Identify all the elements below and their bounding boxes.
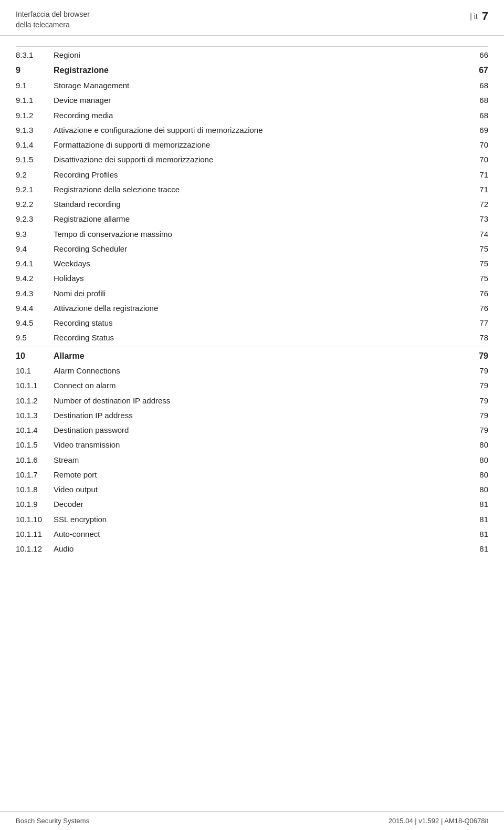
toc-number: 9.2.3 bbox=[16, 214, 47, 223]
toc-title: Storage Management bbox=[54, 80, 129, 91]
toc-area: 8.3.1Regioni669Registrazione679.1Storage… bbox=[0, 36, 504, 562]
toc-row: 9.4.1Weekdays75 bbox=[16, 256, 488, 271]
toc-row-left: 10.1.6Stream bbox=[16, 455, 472, 465]
toc-row: 9.1Storage Management68 bbox=[16, 78, 488, 93]
toc-page: 74 bbox=[472, 230, 488, 238]
toc-row-left: 10.1.8Video output bbox=[16, 484, 472, 495]
toc-number: 10.1.7 bbox=[16, 470, 47, 479]
toc-title: Stream bbox=[54, 455, 79, 465]
toc-page: 80 bbox=[472, 440, 488, 449]
toc-page: 76 bbox=[472, 304, 488, 313]
toc-number: 9.4.3 bbox=[16, 289, 47, 298]
header-line2: della telecamera bbox=[16, 20, 90, 30]
header-right: | it 7 bbox=[470, 9, 488, 23]
toc-row-left: 9.5Recording Status bbox=[16, 333, 472, 343]
footer-right: 2015.04 | v1.592 | AM18-Q0678it bbox=[388, 817, 488, 825]
toc-row-left: 10.1.12Audio bbox=[16, 544, 472, 554]
toc-row-left: 10.1Alarm Connections bbox=[16, 366, 472, 376]
toc-title: Number of destination IP address bbox=[54, 396, 170, 406]
toc-row: 10.1.11Auto-connect81 bbox=[16, 527, 488, 542]
toc-number: 8.3.1 bbox=[16, 50, 47, 59]
toc-number: 10.1.5 bbox=[16, 440, 47, 449]
toc-row-left: 9.4Recording Scheduler bbox=[16, 244, 472, 254]
toc-title: Tempo di conservazione massimo bbox=[54, 229, 172, 240]
toc-number: 10.1.10 bbox=[16, 515, 47, 524]
toc-number: 9.4.1 bbox=[16, 259, 47, 268]
toc-row: 9.1.5Disattivazione dei supporti di memo… bbox=[16, 152, 488, 167]
toc-number: 9.4.2 bbox=[16, 274, 47, 283]
toc-page: 71 bbox=[472, 185, 488, 194]
toc-row: 9.3Tempo di conservazione massimo74 bbox=[16, 227, 488, 242]
toc-title: Connect on alarm bbox=[54, 380, 116, 391]
toc-title: Remote port bbox=[54, 470, 97, 480]
toc-title: Disattivazione dei supporti di memorizza… bbox=[54, 154, 213, 165]
toc-page: 79 bbox=[472, 351, 488, 361]
toc-title: Standard recording bbox=[54, 199, 121, 210]
toc-row: 9.1.1Device manager68 bbox=[16, 93, 488, 108]
toc-row-left: 9.3Tempo di conservazione massimo bbox=[16, 229, 472, 240]
toc-row-left: 9Registrazione bbox=[16, 65, 472, 76]
toc-number: 10.1.4 bbox=[16, 426, 47, 434]
toc-row-left: 9.4.1Weekdays bbox=[16, 258, 472, 269]
toc-row: 10.1Alarm Connections79 bbox=[16, 364, 488, 378]
toc-row-left: 10.1.5Video transmission bbox=[16, 440, 472, 450]
toc-row: 9.1.4Formattazione di supporti di memori… bbox=[16, 138, 488, 152]
toc-row-left: 10.1.3Destination IP address bbox=[16, 410, 472, 421]
footer-left: Bosch Security Systems bbox=[16, 817, 89, 825]
toc-row-left: 9.2Recording Profiles bbox=[16, 170, 472, 180]
toc-number: 9.2 bbox=[16, 170, 47, 179]
toc-number: 10.1.2 bbox=[16, 396, 47, 405]
toc-page: 81 bbox=[472, 530, 488, 538]
toc-title: Auto-connect bbox=[54, 529, 100, 540]
toc-row: 10Allarme79 bbox=[16, 347, 488, 364]
toc-number: 10.1.8 bbox=[16, 485, 47, 494]
toc-page: 80 bbox=[472, 485, 488, 494]
toc-number: 9.1.5 bbox=[16, 155, 47, 164]
toc-row: 9.1.3Attivazione e configurazione dei su… bbox=[16, 123, 488, 138]
toc-title: Registrazione della selezione tracce bbox=[54, 184, 180, 195]
page-wrapper: Interfaccia del browser della telecamera… bbox=[0, 0, 504, 830]
toc-row-left: 9.4.5Recording status bbox=[16, 318, 472, 328]
toc-title: Nomi dei profili bbox=[54, 288, 106, 299]
toc-row-left: 9.4.4Attivazione della registrazione bbox=[16, 303, 472, 314]
toc-number: 10 bbox=[16, 351, 47, 361]
toc-page: 75 bbox=[472, 274, 488, 283]
toc-page: 80 bbox=[472, 470, 488, 479]
toc-row: 9.2Recording Profiles71 bbox=[16, 168, 488, 182]
toc-page: 81 bbox=[472, 500, 488, 509]
toc-row-left: 10.1.11Auto-connect bbox=[16, 529, 472, 540]
toc-page: 68 bbox=[472, 81, 488, 90]
toc-title: Recording Scheduler bbox=[54, 244, 127, 254]
toc-title: Audio bbox=[54, 544, 74, 554]
toc-title: Recording Status bbox=[54, 333, 114, 343]
toc-page: 68 bbox=[472, 96, 488, 105]
toc-row-left: 9.1.1Device manager bbox=[16, 95, 472, 106]
toc-row: 10.1.12Audio81 bbox=[16, 542, 488, 556]
toc-title: Device manager bbox=[54, 95, 111, 106]
toc-page: 75 bbox=[472, 259, 488, 268]
toc-number: 10.1.3 bbox=[16, 411, 47, 420]
toc-number: 10.1 bbox=[16, 366, 47, 375]
toc-title: Video transmission bbox=[54, 440, 120, 450]
toc-title: Destination IP address bbox=[54, 410, 133, 421]
toc-row-left: 9.1Storage Management bbox=[16, 80, 472, 91]
toc-row-left: 9.1.3Attivazione e configurazione dei su… bbox=[16, 125, 472, 136]
toc-number: 9.5 bbox=[16, 333, 47, 342]
toc-page: 67 bbox=[472, 66, 488, 75]
toc-row: 9.2.2Standard recording72 bbox=[16, 197, 488, 212]
toc-number: 9.1 bbox=[16, 81, 47, 90]
toc-row-left: 10.1.4Destination password bbox=[16, 425, 472, 435]
toc-row-left: 9.4.3Nomi dei profili bbox=[16, 288, 472, 299]
toc-row-left: 10.1.10SSL encryption bbox=[16, 514, 472, 525]
toc-row: 10.1.1Connect on alarm79 bbox=[16, 378, 488, 393]
header-page-number: 7 bbox=[482, 9, 488, 23]
toc-title: Recording media bbox=[54, 110, 113, 121]
toc-row-left: 9.1.5Disattivazione dei supporti di memo… bbox=[16, 154, 472, 165]
toc-row: 10.1.2Number of destination IP address79 bbox=[16, 393, 488, 408]
toc-title: Holidays bbox=[54, 273, 84, 284]
toc-page: 81 bbox=[472, 515, 488, 524]
toc-row-left: 10Allarme bbox=[16, 350, 472, 362]
toc-row: 10.1.3Destination IP address79 bbox=[16, 408, 488, 423]
toc-number: 9.4 bbox=[16, 244, 47, 253]
toc-row: 9.2.1Registrazione della selezione tracc… bbox=[16, 182, 488, 197]
